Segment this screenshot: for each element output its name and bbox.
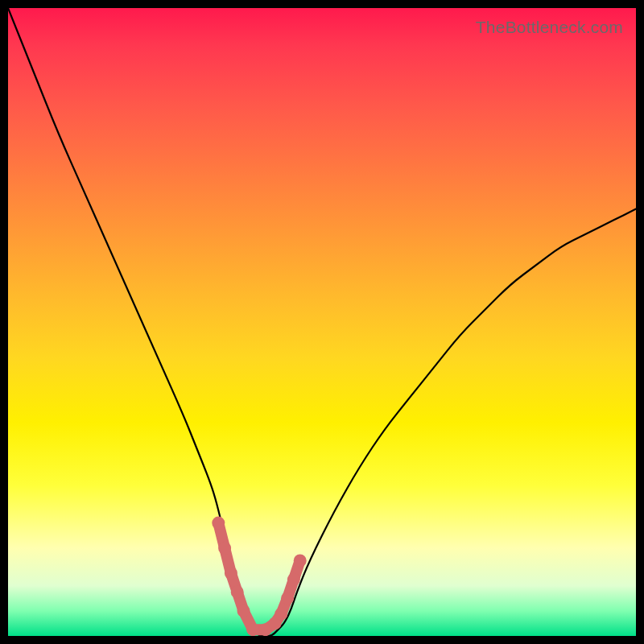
marker-dot xyxy=(231,585,244,598)
marker-dot xyxy=(246,623,259,636)
marker-dot xyxy=(218,542,231,555)
chart-container: TheBottleneck.com xyxy=(0,0,644,644)
marker-dot xyxy=(294,554,307,567)
marker-dot xyxy=(225,567,237,580)
marker-dot xyxy=(275,608,287,621)
marker-dot xyxy=(281,592,294,605)
plot-area: TheBottleneck.com xyxy=(8,8,636,636)
bottleneck-curve xyxy=(8,8,636,636)
marker-dot xyxy=(237,605,250,617)
green-zone-markers xyxy=(212,517,306,636)
marker-dot xyxy=(212,517,225,530)
marker-dot xyxy=(287,573,300,586)
chart-svg xyxy=(8,8,636,636)
